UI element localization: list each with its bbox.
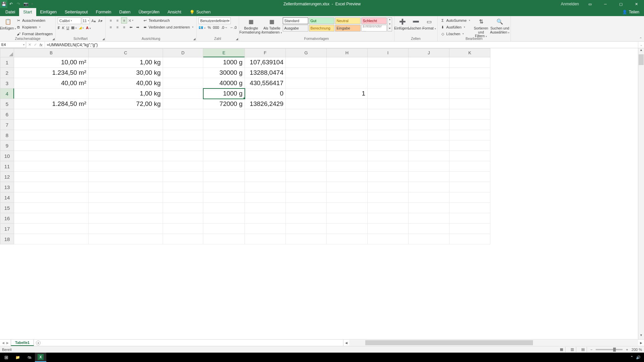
cell[interactable] xyxy=(409,57,449,68)
row-header[interactable]: 18 xyxy=(0,234,14,244)
cell[interactable] xyxy=(449,78,490,88)
cell[interactable] xyxy=(368,203,409,213)
cell[interactable] xyxy=(14,234,89,244)
row-header[interactable]: 4 xyxy=(0,88,14,99)
cell[interactable] xyxy=(89,130,163,140)
tray-chevron-icon[interactable]: ⌃ xyxy=(630,355,633,360)
cell[interactable]: 430,556417 xyxy=(245,78,286,88)
cell[interactable] xyxy=(245,192,286,203)
cell[interactable] xyxy=(409,182,449,192)
column-header[interactable]: F xyxy=(245,49,286,57)
cell[interactable]: 0 xyxy=(245,88,286,99)
cell[interactable]: 40000 g xyxy=(203,78,245,88)
sheet-nav-prev-icon[interactable]: ◀ xyxy=(2,341,4,345)
tab-search[interactable]: 💡Suchen xyxy=(185,8,215,16)
cell[interactable]: 107,639104 xyxy=(245,57,286,68)
cell[interactable] xyxy=(245,182,286,192)
maximize-button[interactable]: ▢ xyxy=(613,0,629,8)
cell[interactable] xyxy=(409,172,449,182)
accounting-format-icon[interactable]: 💶 xyxy=(199,25,206,30)
cell[interactable]: 13288,0474 xyxy=(245,68,286,78)
tab-insert[interactable]: Einfügen xyxy=(36,8,61,16)
cell[interactable] xyxy=(449,224,490,234)
increase-indent-icon[interactable]: ➡ xyxy=(135,24,141,30)
cell[interactable] xyxy=(327,224,368,234)
undo-icon[interactable]: ↶ xyxy=(7,0,15,8)
cell[interactable] xyxy=(409,203,449,213)
cell[interactable] xyxy=(286,99,327,109)
cell[interactable] xyxy=(327,120,368,130)
cell[interactable] xyxy=(286,140,327,151)
cell[interactable] xyxy=(14,151,89,161)
cell[interactable]: 40,00 kg xyxy=(89,78,163,88)
cell[interactable] xyxy=(368,57,409,68)
cell[interactable] xyxy=(203,203,245,213)
cell[interactable] xyxy=(449,161,490,172)
cell[interactable] xyxy=(368,140,409,151)
cell[interactable] xyxy=(327,234,368,244)
tab-view[interactable]: Ansicht xyxy=(164,8,185,16)
cell[interactable] xyxy=(449,68,490,78)
cell[interactable] xyxy=(327,213,368,224)
bold-button[interactable]: F xyxy=(58,26,60,30)
signin-button[interactable]: Anmelden xyxy=(557,0,582,8)
cell[interactable] xyxy=(163,68,203,78)
row-header[interactable]: 6 xyxy=(0,109,14,120)
page-break-view-icon[interactable]: ▤ xyxy=(580,347,587,352)
zoom-slider[interactable] xyxy=(596,349,623,350)
row-header[interactable]: 2 xyxy=(0,68,14,78)
zoom-in-icon[interactable]: + xyxy=(626,348,628,352)
column-header[interactable]: B xyxy=(14,49,89,57)
dialog-launcher-icon[interactable]: ◢ xyxy=(236,37,238,41)
cell[interactable] xyxy=(245,203,286,213)
start-button[interactable]: ⊞ xyxy=(1,353,12,362)
cell[interactable] xyxy=(409,213,449,224)
percent-format-icon[interactable]: % xyxy=(208,25,211,30)
cell[interactable] xyxy=(163,224,203,234)
cell[interactable] xyxy=(449,203,490,213)
cell[interactable] xyxy=(368,130,409,140)
cell[interactable] xyxy=(286,192,327,203)
dialog-launcher-icon[interactable]: ◢ xyxy=(193,37,196,41)
align-center-icon[interactable]: ≡ xyxy=(114,24,120,30)
cell[interactable] xyxy=(327,151,368,161)
cell[interactable] xyxy=(14,140,89,151)
cell[interactable] xyxy=(449,172,490,182)
cell[interactable] xyxy=(163,140,203,151)
cell[interactable] xyxy=(286,68,327,78)
cell[interactable] xyxy=(89,151,163,161)
cell[interactable]: 10,00 m² xyxy=(14,57,89,68)
cell[interactable] xyxy=(368,172,409,182)
cell[interactable] xyxy=(449,182,490,192)
align-bottom-icon[interactable]: ≡ xyxy=(121,17,127,23)
increase-decimal-icon[interactable]: .0→ xyxy=(221,25,228,30)
cell[interactable] xyxy=(409,234,449,244)
cell[interactable] xyxy=(203,224,245,234)
font-color-button[interactable]: A xyxy=(86,26,91,30)
decrease-decimal-icon[interactable]: ←.0 xyxy=(230,25,236,30)
cell[interactable] xyxy=(368,213,409,224)
cell[interactable] xyxy=(409,161,449,172)
sheet-tab[interactable]: Tabelle1 xyxy=(11,340,34,346)
taskbar-excel-icon[interactable]: X xyxy=(35,353,46,362)
fill-button[interactable]: ⬇Ausfüllen xyxy=(440,24,471,30)
cell[interactable]: 1.234,50 m² xyxy=(14,68,89,78)
cell[interactable] xyxy=(327,109,368,120)
cell[interactable] xyxy=(449,57,490,68)
cell[interactable] xyxy=(368,109,409,120)
styles-gallery-scroll[interactable]: ▴▾⏷ xyxy=(387,17,392,32)
cell[interactable] xyxy=(368,234,409,244)
cell[interactable] xyxy=(449,234,490,244)
decrease-indent-icon[interactable]: ⬅ xyxy=(128,24,134,30)
cell[interactable] xyxy=(14,120,89,130)
cell[interactable] xyxy=(449,99,490,109)
autosum-button[interactable]: ΣAutoSumme xyxy=(440,17,471,23)
cell[interactable] xyxy=(245,120,286,130)
cell[interactable] xyxy=(14,172,89,182)
cell[interactable] xyxy=(89,140,163,151)
share-button[interactable]: 👤Teilen xyxy=(618,8,644,16)
row-header[interactable]: 17 xyxy=(0,224,14,234)
italic-button[interactable]: K xyxy=(62,26,64,30)
row-header[interactable]: 14 xyxy=(0,192,14,203)
cell[interactable] xyxy=(163,182,203,192)
